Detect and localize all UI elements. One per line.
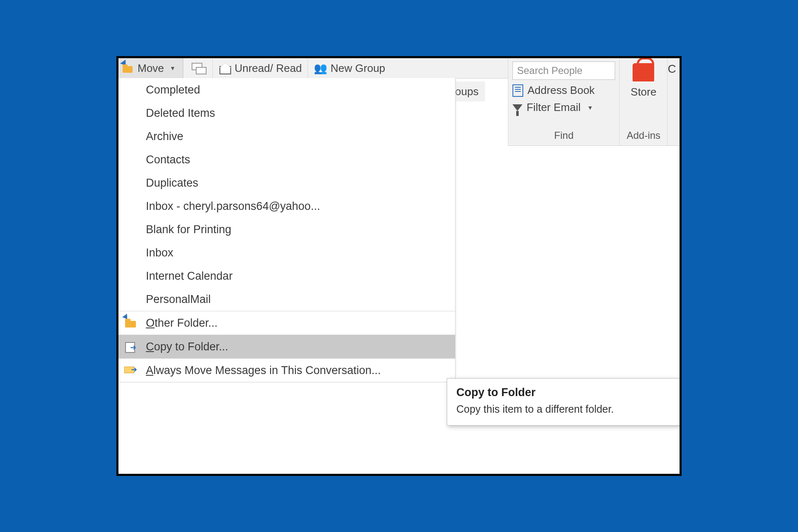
menu-item-other-folder[interactable]: Other Folder... (118, 311, 455, 335)
menu-item-deleted-items[interactable]: Deleted Items (118, 101, 455, 125)
menu-item-personalmail[interactable]: PersonalMail (118, 288, 455, 311)
funnel-icon (512, 104, 522, 111)
menu-item-blank-printing[interactable]: Blank for Printing (118, 218, 455, 241)
divider (456, 78, 456, 377)
rules-button[interactable] (183, 58, 213, 78)
tooltip-body: Copy this item to a different folder. (456, 403, 681, 415)
filter-email-button[interactable]: Filter Email ▼ (512, 101, 615, 114)
new-group-button[interactable]: 👥 New Group (308, 58, 391, 78)
tooltip-title: Copy to Folder (456, 386, 681, 399)
menu-item-internet-cal[interactable]: Internet Calendar (118, 264, 455, 288)
folder-arrow-icon (124, 317, 138, 329)
dropdown-caret-icon: ▼ (170, 65, 176, 71)
copy-to-folder-icon (124, 340, 138, 353)
address-book-button[interactable]: Address Book (512, 84, 615, 97)
outlook-window: Move ▼ Unread/ Read 👥 New Group oups (116, 56, 682, 476)
menu-item-inbox-account[interactable]: Inbox - cheryl.parsons64@yahoo... (118, 195, 455, 218)
people-icon: 👥 (314, 62, 327, 74)
menu-item-archive[interactable]: Archive (118, 125, 455, 148)
menu-item-completed[interactable]: Completed (118, 78, 455, 101)
move-dropdown-menu: Completed Deleted Items Archive Contacts… (118, 78, 456, 382)
envelope-open-icon (219, 62, 231, 74)
menu-item-contacts[interactable]: Contacts (118, 148, 455, 171)
new-group-label: New Group (330, 62, 385, 75)
move-folder-icon (122, 62, 134, 74)
menu-item-duplicates[interactable]: Duplicates (118, 171, 455, 195)
browse-groups-fragment[interactable]: oups (455, 81, 485, 101)
search-people-input[interactable]: Search People (512, 62, 615, 80)
dropdown-caret-icon: ▼ (587, 104, 593, 111)
store-bag-icon[interactable] (633, 63, 654, 81)
find-group-label: Find (512, 126, 615, 145)
move-button[interactable]: Move ▼ (118, 58, 183, 78)
ribbon-right-cluster: Search People Address Book Filter Email … (508, 58, 680, 146)
menu-item-inbox[interactable]: Inbox (118, 241, 455, 264)
move-label: Move (138, 62, 164, 75)
addins-group-label: Add-ins (627, 126, 660, 145)
menu-item-copy-to-folder[interactable]: Copy to Folder... (118, 335, 455, 358)
menu-item-always-move[interactable]: Always Move Messages in This Conversatio… (118, 358, 455, 382)
tooltip-copy-to-folder: Copy to Folder Copy this item to a diffe… (447, 378, 682, 426)
addins-group: Store Add-ins (619, 58, 667, 145)
find-group: Search People Address Book Filter Email … (508, 58, 619, 145)
rules-icon (192, 62, 204, 74)
unread-read-label: Unread/ Read (234, 62, 302, 75)
store-label[interactable]: Store (631, 86, 656, 99)
always-move-icon (124, 364, 138, 377)
address-book-icon (512, 84, 523, 97)
cutoff-group: C (667, 58, 680, 145)
unread-read-button[interactable]: Unread/ Read (213, 58, 308, 78)
